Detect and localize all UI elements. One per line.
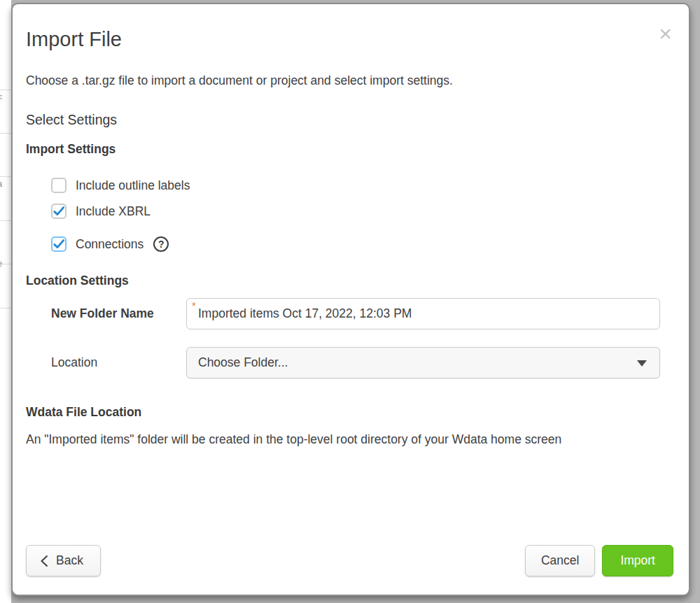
checkbox-label[interactable]: Connections: [76, 237, 144, 252]
footer-right-buttons: Cancel Import: [525, 545, 673, 576]
new-folder-name-label: New Folder Name: [51, 306, 186, 321]
back-button[interactable]: Back: [26, 545, 101, 576]
backdrop-divider: [0, 220, 11, 221]
backdrop-divider: [0, 133, 11, 134]
chevron-down-icon: [637, 360, 647, 367]
import-button[interactable]: Import: [602, 545, 673, 576]
check-icon: [52, 204, 66, 218]
checkbox-row-connections[interactable]: Connections ?: [51, 236, 660, 253]
modal-footer: Back Cancel Import: [26, 545, 673, 576]
select-settings-heading: Select Settings: [26, 111, 660, 129]
modal-title: Import File: [26, 27, 660, 52]
wdata-file-location-text: An "Imported items" folder will be creat…: [26, 431, 660, 448]
new-folder-name-input-wrap: *: [186, 298, 660, 329]
include-xbrl-checkbox[interactable]: [51, 204, 66, 219]
connections-help-icon[interactable]: ?: [153, 236, 169, 252]
location-label: Location: [51, 355, 186, 370]
backdrop-divider: [0, 176, 11, 177]
import-settings-heading: Import Settings: [26, 141, 660, 157]
backdrop-divider: [0, 308, 11, 308]
backdrop-text-fragment: <: [0, 92, 3, 102]
backdrop-divider: [0, 90, 11, 90]
include-outline-labels-checkbox[interactable]: [51, 178, 66, 193]
checkbox-label[interactable]: Include outline labels: [76, 178, 190, 193]
import-button-label: Import: [620, 553, 655, 568]
import-settings-checkbox-group: Include outline labels Include XBRL Conn…: [26, 177, 660, 253]
backdrop-text-fragment: a: [0, 178, 2, 189]
cancel-button[interactable]: Cancel: [525, 545, 595, 576]
required-marker: *: [192, 299, 196, 311]
new-folder-name-input[interactable]: [186, 298, 660, 329]
location-row: Location Choose Folder...: [26, 347, 660, 378]
backdrop-text-fragment: e: [0, 258, 2, 269]
location-folder-dropdown[interactable]: Choose Folder...: [186, 347, 660, 378]
dropdown-selected-value: Choose Folder...: [198, 355, 288, 370]
modal-description: Choose a .tar.gz file to import a docume…: [26, 72, 660, 89]
checkbox-row-include-outline-labels[interactable]: Include outline labels: [51, 177, 660, 194]
cancel-button-label: Cancel: [541, 553, 579, 568]
chevron-left-icon: [39, 555, 49, 567]
checkbox-row-include-xbrl[interactable]: Include XBRL: [51, 203, 660, 220]
check-icon: [52, 237, 66, 251]
connections-checkbox[interactable]: [51, 236, 66, 252]
page-backdrop: < a e: [0, 0, 11, 603]
new-folder-name-row: New Folder Name *: [26, 298, 660, 329]
back-button-label: Back: [56, 553, 83, 568]
close-icon[interactable]: ×: [659, 24, 672, 43]
wdata-file-location-heading: Wdata File Location: [26, 404, 660, 420]
import-file-modal: Import File × Choose a .tar.gz file to i…: [11, 3, 690, 596]
checkbox-label[interactable]: Include XBRL: [76, 204, 150, 219]
location-settings-heading: Location Settings: [26, 272, 660, 289]
